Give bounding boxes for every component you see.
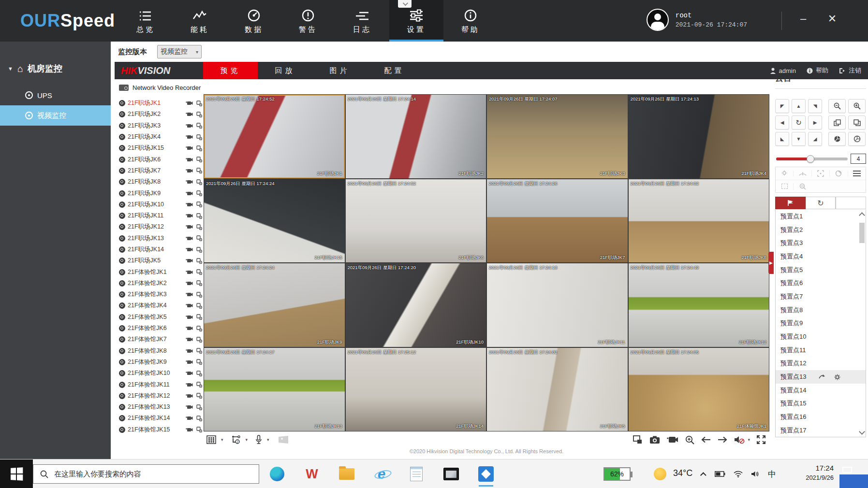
slider-thumb[interactable] — [807, 155, 814, 163]
monitor-client-app-icon[interactable] — [478, 466, 494, 482]
start-record-button[interactable] — [186, 123, 193, 129]
start-record-button[interactable] — [186, 326, 193, 331]
camera-list-item[interactable]: 21F职场JK7 — [119, 165, 202, 176]
camera-list-item[interactable]: 21F职场JK10 — [119, 199, 202, 210]
start-record-button[interactable] — [186, 202, 193, 207]
ptz-left-button[interactable]: ◀ — [775, 115, 789, 129]
start-record-button[interactable] — [186, 348, 193, 354]
fullscreen-button[interactable] — [757, 435, 765, 444]
start-record-button[interactable] — [186, 315, 193, 320]
call-preset-button[interactable] — [819, 374, 825, 380]
record-button[interactable] — [667, 436, 678, 444]
tab-presets-flag[interactable] — [775, 197, 806, 209]
iris-open-button[interactable] — [848, 132, 866, 146]
focus-far-button[interactable] — [828, 115, 846, 129]
start-record-button[interactable] — [186, 371, 193, 376]
sidebar-item-video-monitor[interactable]: 视频监控 — [0, 105, 111, 126]
preset-item[interactable]: 预置点4 — [776, 250, 866, 263]
camera-config-button[interactable] — [196, 326, 202, 331]
layout-dropdown-arrow[interactable]: ▾ — [221, 437, 223, 442]
minimize-button[interactable]: – — [795, 13, 811, 25]
start-record-button[interactable] — [186, 281, 193, 286]
ptz-down-left-button[interactable]: ◣ — [775, 132, 789, 146]
user-block[interactable]: root 2021-09-26 17:24:07 — [647, 9, 747, 31]
camera-list-item[interactable]: 21F体验馆JK6 — [119, 323, 202, 334]
preset-item[interactable]: 预置点2 — [776, 223, 866, 237]
camera-config-button[interactable] — [196, 404, 202, 410]
tab-picture[interactable]: 图片 — [312, 62, 367, 79]
start-record-button[interactable] — [186, 145, 193, 151]
scrollbar-thumb[interactable] — [859, 223, 865, 243]
nav-logs[interactable]: 日志 — [335, 0, 389, 42]
preset-item[interactable]: 预置点16 — [776, 410, 866, 424]
camera-config-button[interactable] — [196, 224, 202, 230]
camera-list-item[interactable]: 21F体验馆JK12 — [119, 390, 202, 402]
start-record-button[interactable] — [186, 416, 193, 421]
camera-config-button[interactable] — [196, 416, 202, 421]
ptz-down-button[interactable]: ▼ — [792, 132, 806, 146]
preset-item[interactable]: 预置点14 — [776, 384, 866, 397]
snapshot-button[interactable] — [649, 436, 660, 444]
start-record-button[interactable] — [186, 303, 193, 308]
camera-config-button[interactable] — [196, 258, 202, 264]
camera-config-button[interactable] — [196, 134, 202, 140]
preset-item[interactable]: 预置点8 — [776, 303, 866, 317]
focus-near-button[interactable] — [848, 115, 866, 129]
camera-config-button[interactable] — [196, 337, 202, 343]
speaker-icon[interactable] — [751, 471, 760, 477]
video-tile[interactable]: 2021年09月26日 星期日 17:24:0221F职场JK5 — [487, 348, 628, 431]
start-record-button[interactable] — [186, 359, 193, 365]
stream-type-button[interactable]: 2 — [231, 435, 241, 444]
camera-list-item[interactable]: 21F职场JK1 — [119, 98, 202, 109]
nav-overview[interactable]: 总览 — [118, 0, 173, 42]
preset-item[interactable]: 预置点5 — [776, 263, 866, 277]
start-record-button[interactable] — [186, 112, 193, 117]
start-record-button[interactable] — [186, 427, 193, 432]
image-ratio-button[interactable] — [278, 435, 289, 444]
video-tile[interactable]: 2021年09月26日 星期日 17:25:1221F职场JK14 — [346, 348, 486, 431]
start-record-button[interactable] — [186, 292, 193, 297]
scroll-down-arrow[interactable] — [859, 429, 865, 435]
camera-config-button[interactable] — [196, 348, 202, 354]
start-record-button[interactable] — [186, 258, 193, 263]
start-record-button[interactable] — [186, 100, 193, 106]
preset-item[interactable]: 预置点1 — [776, 210, 866, 223]
preset-item[interactable]: 预置点10 — [776, 330, 866, 344]
start-record-button[interactable] — [186, 179, 193, 185]
camera-list-item[interactable]: 21F体验馆JK10 — [119, 368, 202, 379]
nav-data[interactable]: 数据 — [227, 0, 281, 42]
start-record-button[interactable] — [186, 224, 193, 230]
camera-list-item[interactable]: 21F体验馆JK8 — [119, 345, 202, 357]
video-tile[interactable]: 2021年09月26日 星期日 17:24:2421F职场JK15 — [204, 179, 345, 263]
3d-zoom-button[interactable]: 3D — [793, 183, 811, 190]
camera-list-item[interactable]: 21F职场JK15 — [119, 143, 202, 154]
video-tile[interactable]: 2021年09月26日 星期日 17:24:2621F职场JK7 — [487, 179, 628, 263]
camera-config-button[interactable] — [196, 382, 202, 388]
camera-config-button[interactable] — [196, 190, 202, 196]
start-record-button[interactable] — [186, 157, 193, 162]
video-tile[interactable]: 2021年09月26日 星期日 17:24:4921F职场JK12 — [629, 263, 769, 347]
iris-close-button[interactable] — [828, 132, 846, 146]
start-record-button[interactable] — [186, 213, 193, 218]
camera-list-item[interactable]: 21F职场JK4 — [119, 131, 202, 143]
3d-position-button[interactable] — [811, 170, 829, 177]
sidebar-item-ups[interactable]: UPS — [0, 85, 111, 105]
tab-preview[interactable]: 预览 — [203, 62, 258, 79]
camera-config-button[interactable] — [196, 235, 202, 241]
slider-track[interactable] — [776, 158, 848, 160]
video-tile[interactable]: 2021年09月26日 星期日 17:24:0221F职场JK8 — [629, 179, 769, 263]
auto-pan-button[interactable] — [776, 184, 793, 189]
camera-list-item[interactable]: 21F体验馆JK3 — [119, 289, 202, 300]
camera-list-item[interactable]: 21F体验馆JK13 — [119, 402, 202, 413]
video-tile[interactable]: 2021年09月26日 星期日 17:24:0721F职场JK3 — [487, 95, 628, 178]
preset-item[interactable]: 预置点15 — [776, 397, 866, 411]
stream-dropdown-arrow[interactable]: ▾ — [246, 437, 248, 442]
microphone-button[interactable] — [255, 435, 262, 445]
camera-config-button[interactable] — [196, 371, 202, 376]
ptz-right-button[interactable]: ▶ — [808, 115, 822, 129]
camera-config-button[interactable] — [196, 427, 202, 432]
nav-settings[interactable]: 设置 — [389, 0, 443, 42]
camera-config-button[interactable] — [196, 168, 202, 173]
audio-dropdown-arrow[interactable]: ▾ — [748, 437, 750, 442]
camera-config-button[interactable] — [196, 179, 202, 185]
